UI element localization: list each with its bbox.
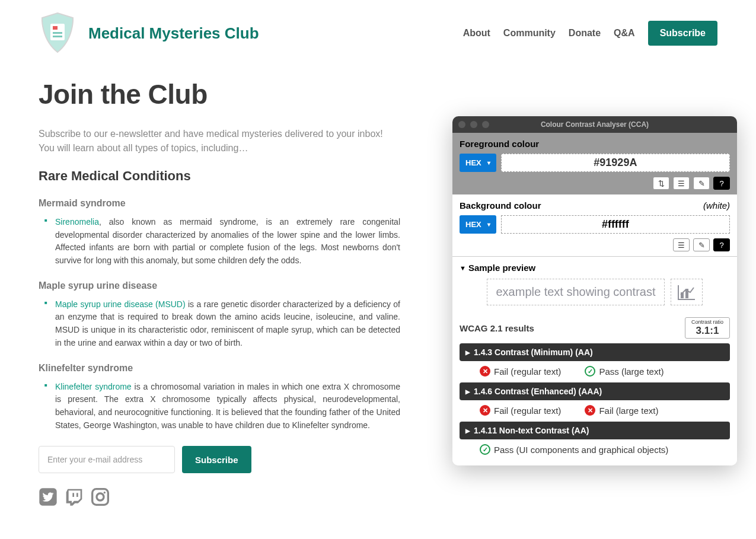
cca-titlebar[interactable]: Colour Contrast Analyser (CCA) [452,116,737,133]
list-item: Maple syrup urine disease (MSUD) is a ra… [47,298,400,350]
sample-section: Sample preview example text showing cont… [452,256,737,312]
page-title: Join the Club [39,78,400,110]
criterion-1411-results: Pass (UI components and graphical object… [460,439,730,458]
bg-format-select[interactable]: HEX [460,215,496,234]
nav-donate[interactable]: Donate [569,28,601,39]
site-header: Medical Mysteries Club About Community D… [0,0,756,66]
pass-icon [480,444,490,455]
result-fail: Fail (regular text) [480,405,561,416]
main-nav: About Community Donate Q&A Subscribe [463,21,717,46]
pass-icon [585,366,595,377]
help-icon[interactable]: ? [713,238,730,251]
criterion-143-results: Fail (regular text) Pass (large text) [460,361,730,380]
brand: Medical Mysteries Club [39,12,259,55]
condition-heading: Maple syrup urine disease [39,280,400,291]
result-text: Pass (large text) [599,366,664,377]
wcag-results: WCAG 2.1 results Contrast ratio 3.1:1 1.… [452,312,737,465]
eyedropper-icon[interactable]: ✎ [693,238,710,251]
ratio-label: Contrast ratio [691,319,723,325]
sample-preview-toggle[interactable]: Sample preview [460,263,730,273]
ratio-value: 3.1:1 [691,325,723,337]
fail-icon [480,405,490,416]
nav-qa[interactable]: Q&A [614,28,635,39]
criterion-1411[interactable]: 1.4.11 Non-text Contrast (AA) [460,422,730,439]
fail-icon [480,366,490,377]
subscribe-button[interactable]: Subscribe [182,446,251,473]
condition-heading: Mermaid syndrome [39,198,400,209]
nav-community[interactable]: Community [503,28,556,39]
svg-rect-2 [53,32,62,34]
nav-subscribe-button[interactable]: Subscribe [648,21,717,46]
section-heading: Rare Medical Conditions [39,168,400,184]
eyedropper-icon[interactable]: ✎ [693,177,710,190]
svg-rect-7 [92,489,109,505]
list-item: Sirenomelia, also known as mermaid syndr… [47,216,400,267]
sample-icon-preview [671,279,703,305]
cca-window-title: Colour Contrast Analyser (CCA) [452,120,737,129]
swap-icon[interactable]: ⇅ [653,177,669,190]
wcag-heading: WCAG 2.1 results [460,323,534,333]
foreground-label: Foreground colour [460,139,730,149]
logo-shield-icon [39,12,76,55]
fg-format-select[interactable]: HEX [460,154,496,172]
condition-link[interactable]: Klinefelter syndrome [55,382,132,391]
condition-klinefelter: Klinefelter syndrome Klinefelter syndrom… [39,363,400,432]
main-content: Join the Club Subscribe to our e-newslet… [0,66,439,506]
sample-text-preview: example text showing contrast [487,279,664,305]
twitch-icon[interactable] [65,487,84,506]
contrast-ratio-box: Contrast ratio 3.1:1 [685,317,730,339]
svg-point-9 [104,492,106,493]
list-item: Klinefelter syndrome is a chromosomal va… [47,381,400,432]
nav-about[interactable]: About [463,28,490,39]
condition-maple: Maple syrup urine disease Maple syrup ur… [39,280,400,350]
result-pass: Pass (large text) [585,366,664,377]
condition-mermaid: Mermaid syndrome Sirenomelia, also known… [39,198,400,267]
instagram-icon[interactable] [91,487,110,506]
criterion-146-results: Fail (regular text) Fail (large text) [460,400,730,419]
bg-note: (white) [703,200,730,211]
twitter-icon[interactable] [39,487,58,506]
background-section: Background colour(white) HEX #ffffff ☰ ✎… [452,194,737,256]
email-input[interactable] [39,446,175,473]
chart-icon [677,284,696,301]
result-text: Fail (regular text) [494,406,561,416]
sliders-icon[interactable]: ☰ [673,177,690,190]
result-text: Fail (large text) [599,406,658,416]
help-icon[interactable]: ? [713,177,730,190]
svg-rect-6 [76,493,78,497]
condition-text: , also known as mermaid syndrome, is an … [55,217,400,265]
cca-window: Colour Contrast Analyser (CCA) Foregroun… [452,116,737,465]
fail-icon [585,405,595,416]
subscribe-row: Subscribe [39,446,400,473]
result-text: Fail (regular text) [494,366,561,377]
criterion-146[interactable]: 1.4.6 Contrast (Enhanced) (AAA) [460,382,730,400]
condition-heading: Klinefelter syndrome [39,363,400,374]
intro-text: Subscribe to our e-newsletter and have m… [39,127,400,155]
criterion-143[interactable]: 1.4.3 Contrast (Minimum) (AA) [460,343,730,361]
svg-rect-1 [53,26,58,30]
condition-link[interactable]: Maple syrup urine disease (MSUD) [55,299,186,309]
result-pass: Pass (UI components and graphical object… [480,444,668,455]
condition-link[interactable]: Sirenomelia [55,217,99,227]
sliders-icon[interactable]: ☰ [673,238,690,251]
result-text: Pass (UI components and graphical object… [494,445,668,455]
result-fail: Fail (regular text) [480,366,561,377]
result-fail: Fail (large text) [585,405,658,416]
foreground-section: Foreground colour HEX #91929A ⇅ ☰ ✎ ? [452,133,737,194]
bg-label-text: Background colour [460,200,541,211]
svg-point-8 [97,493,104,500]
bg-color-value[interactable]: #ffffff [501,215,730,234]
background-label: Background colour(white) [460,200,730,211]
social-icons [39,487,400,506]
svg-rect-3 [53,36,62,37]
fg-color-value[interactable]: #91929A [501,154,730,172]
brand-title: Medical Mysteries Club [88,24,259,43]
svg-rect-5 [72,493,74,497]
